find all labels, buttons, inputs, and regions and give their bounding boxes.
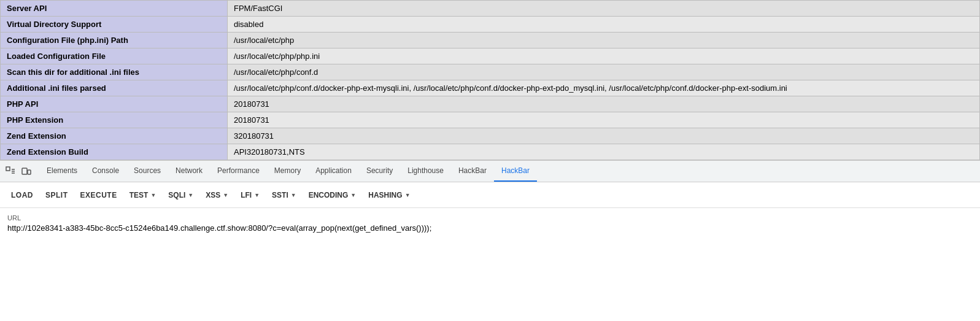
chevron-down-icon: ▼ — [188, 192, 193, 198]
hackbar-label-xss: XSS — [206, 191, 220, 199]
devtools-icon-group — [4, 164, 33, 178]
hackbar-dropdown-xss[interactable]: XSS▼ — [201, 188, 233, 202]
devtools-tab-hackbar1[interactable]: HackBar — [451, 161, 494, 182]
device-icon[interactable] — [20, 164, 33, 178]
devtools-tab-application[interactable]: Application — [308, 161, 359, 182]
row-label: Configuration File (php.ini) Path — [1, 33, 228, 48]
row-value: /usr/local/etc/php — [228, 33, 980, 48]
hackbar-toolbar: LOADSPLITEXECUTETEST▼SQLI▼XSS▼LFI▼SSTI▼E… — [0, 182, 980, 208]
chevron-down-icon: ▼ — [150, 192, 156, 198]
row-label: Additional .ini files parsed — [1, 80, 228, 96]
devtools-tab-performance[interactable]: Performance — [210, 161, 267, 182]
chevron-down-icon: ▼ — [223, 192, 228, 198]
hackbar-dropdown-lfi[interactable]: LFI▼ — [236, 188, 264, 202]
hackbar-label-lfi: LFI — [241, 191, 252, 199]
php-info-section: Server APIFPM/FastCGIVirtual Directory S… — [0, 0, 980, 160]
row-value: 320180731 — [228, 128, 980, 144]
chevron-down-icon: ▼ — [405, 192, 411, 198]
row-label: Loaded Configuration File — [1, 48, 228, 64]
url-section: URL http://102e8341-a383-45bc-8cc5-c1524… — [0, 208, 980, 233]
table-row: PHP Extension20180731 — [1, 112, 980, 128]
hackbar-btn-load[interactable]: LOAD — [6, 188, 38, 202]
table-row: Loaded Configuration File/usr/local/etc/… — [1, 48, 980, 64]
row-label: Scan this dir for additional .ini files — [1, 64, 228, 80]
inspect-icon[interactable] — [4, 164, 17, 178]
chevron-down-icon: ▼ — [291, 192, 296, 198]
hackbar-label-hashing: HASHING — [368, 191, 402, 199]
chevron-down-icon: ▼ — [350, 192, 356, 198]
table-row: Additional .ini files parsed/usr/local/e… — [1, 80, 980, 96]
devtools-tab-sources[interactable]: Sources — [126, 161, 168, 182]
hackbar-label-ssti: SSTI — [272, 191, 288, 199]
devtools-tab-lighthouse[interactable]: Lighthouse — [400, 161, 451, 182]
table-row: Zend Extension320180731 — [1, 128, 980, 144]
php-info-table: Server APIFPM/FastCGIVirtual Directory S… — [0, 0, 980, 160]
hackbar-dropdown-encoding[interactable]: ENCODING▼ — [304, 188, 361, 202]
url-label: URL — [7, 214, 973, 222]
svg-rect-0 — [6, 167, 10, 171]
row-value: 20180731 — [228, 96, 980, 112]
hackbar-dropdown-ssti[interactable]: SSTI▼ — [267, 188, 301, 202]
devtools-tab-elements[interactable]: Elements — [39, 161, 85, 182]
devtools-tab-network[interactable]: Network — [168, 161, 210, 182]
devtools-bar: ElementsConsoleSourcesNetworkPerformance… — [0, 160, 980, 182]
hackbar-label-encoding: ENCODING — [309, 191, 349, 199]
row-label: Virtual Directory Support — [1, 17, 228, 33]
table-row: PHP API20180731 — [1, 96, 980, 112]
devtools-tabs: ElementsConsoleSourcesNetworkPerformance… — [39, 161, 537, 182]
row-value: /usr/local/etc/php/conf.d — [228, 64, 980, 80]
hackbar-label-test: TEST — [129, 191, 149, 199]
hackbar-dropdown-sqli[interactable]: SQLI▼ — [163, 188, 198, 202]
row-label: PHP Extension — [1, 112, 228, 128]
hackbar-label-sqli: SQLI — [168, 191, 185, 199]
row-label: PHP API — [1, 96, 228, 112]
row-value: /usr/local/etc/php/conf.d/docker-php-ext… — [228, 80, 980, 96]
table-row: Zend Extension BuildAPI320180731,NTS — [1, 144, 980, 160]
row-value: FPM/FastCGI — [228, 1, 980, 17]
svg-rect-4 — [22, 168, 27, 174]
devtools-tab-hackbar2[interactable]: HackBar — [494, 161, 537, 182]
chevron-down-icon: ▼ — [254, 192, 260, 198]
table-row: Scan this dir for additional .ini files/… — [1, 64, 980, 80]
devtools-tab-memory[interactable]: Memory — [267, 161, 308, 182]
row-value: disabled — [228, 17, 980, 33]
row-value: /usr/local/etc/php/php.ini — [228, 48, 980, 64]
svg-rect-5 — [28, 170, 31, 174]
table-row: Server APIFPM/FastCGI — [1, 1, 980, 17]
row-label: Zend Extension Build — [1, 144, 228, 160]
table-row: Virtual Directory Supportdisabled — [1, 17, 980, 33]
hackbar-btn-execute[interactable]: EXECUTE — [75, 188, 122, 202]
url-value: http://102e8341-a383-45bc-8cc5-c1524e6ba… — [7, 223, 973, 233]
devtools-tab-security[interactable]: Security — [359, 161, 400, 182]
row-label: Server API — [1, 1, 228, 17]
row-value: 20180731 — [228, 112, 980, 128]
devtools-tab-console[interactable]: Console — [85, 161, 126, 182]
table-row: Configuration File (php.ini) Path/usr/lo… — [1, 33, 980, 48]
hackbar-btn-split[interactable]: SPLIT — [41, 188, 73, 202]
row-label: Zend Extension — [1, 128, 228, 144]
hackbar-dropdown-hashing[interactable]: HASHING▼ — [363, 188, 415, 202]
row-value: API320180731,NTS — [228, 144, 980, 160]
hackbar-dropdown-test[interactable]: TEST▼ — [125, 188, 161, 202]
